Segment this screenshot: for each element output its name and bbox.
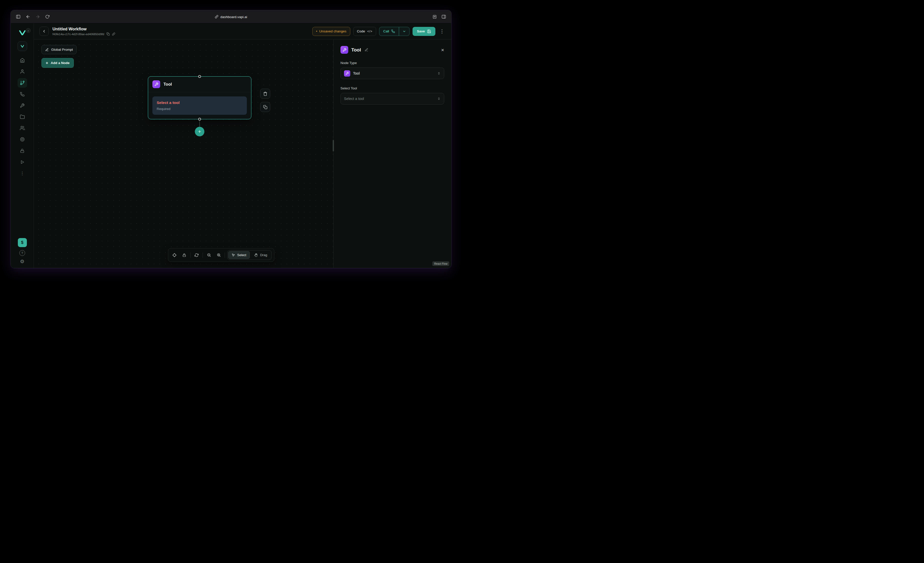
global-prompt-button[interactable]: Global Prompt bbox=[41, 45, 76, 54]
tool-node-icon bbox=[152, 80, 160, 88]
call-button[interactable]: Call bbox=[379, 27, 399, 36]
canvas-controls: Select Drag bbox=[168, 248, 274, 262]
browser-back-icon[interactable] bbox=[26, 14, 30, 19]
node-body: Select a tool Required bbox=[148, 92, 251, 119]
browser-reader-icon[interactable] bbox=[432, 15, 437, 19]
edge-line bbox=[200, 120, 200, 127]
lock-canvas-button[interactable] bbox=[180, 251, 188, 259]
phone-icon bbox=[391, 29, 395, 33]
add-connected-node-button[interactable]: + bbox=[195, 127, 204, 137]
code-button[interactable]: Code </> bbox=[353, 27, 376, 36]
alert-title: Select a tool bbox=[157, 101, 243, 105]
page-title: Untitled Workflow bbox=[52, 27, 115, 32]
panel-header: Tool × bbox=[340, 46, 444, 54]
unsaved-changes-badge: • Unsaved changes bbox=[312, 27, 350, 36]
help-button[interactable]: ? bbox=[20, 250, 25, 256]
dollar-icon: $ bbox=[21, 240, 23, 245]
workflow-icon bbox=[20, 80, 25, 86]
users-group-icon bbox=[20, 126, 25, 131]
select-mode-button[interactable]: Select bbox=[228, 251, 250, 259]
browser-sidebar-toggle-icon[interactable] bbox=[16, 14, 21, 19]
browser-toolbar: dashboard.vapi.ai bbox=[11, 10, 451, 23]
sidebar-item-squads[interactable] bbox=[18, 123, 27, 133]
call-options-button[interactable] bbox=[399, 27, 410, 36]
home-icon bbox=[20, 58, 25, 63]
settings-button[interactable]: ⚙ bbox=[20, 259, 25, 264]
node-type-select[interactable]: Tool bbox=[340, 68, 444, 79]
browser-reload-icon[interactable] bbox=[45, 15, 50, 19]
refresh-icon bbox=[195, 253, 199, 257]
alert-subtitle: Required bbox=[157, 107, 243, 111]
title-block: Untitled Workflow f43fe14a-c17c-4d2f-89a… bbox=[52, 27, 115, 36]
sidebar-item-support[interactable] bbox=[18, 135, 27, 144]
node-type-value: Tool bbox=[353, 71, 360, 75]
zoom-out-button[interactable] bbox=[205, 251, 213, 259]
chevron-left-icon bbox=[42, 29, 46, 33]
billing-button[interactable]: $ bbox=[18, 238, 27, 247]
sidebar-item-files[interactable] bbox=[18, 112, 27, 122]
node-edge: + bbox=[195, 120, 204, 137]
copy-icon bbox=[263, 105, 267, 109]
drag-mode-button[interactable]: Drag bbox=[251, 251, 271, 259]
fit-view-button[interactable] bbox=[171, 251, 178, 259]
target-icon bbox=[20, 137, 25, 142]
chevrons-up-down-icon bbox=[437, 97, 441, 101]
duplicate-node-button[interactable] bbox=[260, 102, 270, 112]
panel-resize-handle[interactable] bbox=[333, 140, 334, 152]
browser-forward-icon[interactable] bbox=[35, 14, 40, 19]
help-icon: ? bbox=[21, 251, 23, 255]
node-header: Tool bbox=[148, 77, 251, 92]
node-actions bbox=[260, 89, 270, 112]
panel-title: Tool bbox=[351, 47, 361, 53]
close-icon: × bbox=[441, 47, 444, 53]
browser-split-view-icon[interactable] bbox=[441, 14, 446, 19]
kebab-icon: ⋮ bbox=[440, 29, 444, 34]
select-tool-label: Select Tool bbox=[340, 86, 444, 90]
workflow-link-icon[interactable] bbox=[112, 32, 115, 36]
sidebar-item-home[interactable] bbox=[18, 56, 27, 65]
workflow-header: Untitled Workflow f43fe14a-c17c-4d2f-89a… bbox=[34, 23, 451, 39]
crosshair-icon bbox=[172, 253, 177, 257]
close-panel-button[interactable]: × bbox=[441, 47, 444, 53]
node-input-handle[interactable] bbox=[198, 75, 201, 78]
refresh-layout-button[interactable] bbox=[193, 251, 200, 259]
lock-icon bbox=[20, 149, 25, 153]
back-button[interactable] bbox=[39, 27, 49, 36]
sidebar-item-security[interactable] bbox=[18, 146, 27, 155]
gear-icon: ⚙ bbox=[20, 259, 25, 264]
node-title: Tool bbox=[164, 82, 172, 87]
phone-icon bbox=[20, 92, 25, 97]
react-flow-attribution: React Flow bbox=[432, 261, 449, 266]
sidebar-item-tools[interactable] bbox=[18, 101, 27, 110]
tool-panel-icon bbox=[340, 46, 348, 54]
url-link-icon bbox=[215, 15, 219, 19]
sidebar-item-playground[interactable] bbox=[18, 157, 27, 167]
sidebar-item-assistants[interactable] bbox=[18, 67, 27, 77]
org-switcher-button[interactable] bbox=[18, 41, 27, 51]
more-menu-button[interactable]: ⋮ bbox=[438, 29, 446, 34]
save-button[interactable]: Save bbox=[412, 27, 435, 36]
sidebar-nav: ⋮ bbox=[18, 56, 27, 178]
tool-node[interactable]: Tool Select a tool Required + bbox=[148, 77, 251, 119]
pencil-icon bbox=[364, 48, 368, 52]
sidebar-item-more[interactable]: ⋮ bbox=[18, 168, 27, 178]
node-validation-alert[interactable]: Select a tool Required bbox=[152, 96, 247, 115]
badge-dot-icon: • bbox=[316, 29, 317, 33]
sidebar-item-workflows[interactable] bbox=[18, 78, 27, 88]
browser-address-bar[interactable]: dashboard.vapi.ai bbox=[215, 15, 248, 19]
zoom-in-button[interactable] bbox=[215, 251, 222, 259]
tool-option-icon bbox=[344, 70, 350, 77]
sidebar-expand-button[interactable]: › bbox=[26, 28, 31, 33]
add-node-button[interactable]: + Add a Node bbox=[41, 58, 74, 68]
rename-node-button[interactable] bbox=[364, 48, 368, 52]
mode-toggle-group: Select Drag bbox=[227, 250, 272, 260]
workflow-canvas[interactable]: Global Prompt + Add a Node Tool bbox=[34, 39, 333, 268]
app-sidebar: › bbox=[11, 23, 34, 268]
select-tool-select[interactable]: Select a tool bbox=[340, 93, 444, 105]
play-icon bbox=[20, 160, 25, 165]
header-actions: • Unsaved changes Code </> Call bbox=[312, 27, 446, 36]
copy-id-icon[interactable] bbox=[106, 32, 110, 36]
sidebar-item-phone-numbers[interactable] bbox=[18, 89, 27, 99]
plus-icon: + bbox=[198, 129, 201, 135]
delete-node-button[interactable] bbox=[260, 89, 270, 99]
